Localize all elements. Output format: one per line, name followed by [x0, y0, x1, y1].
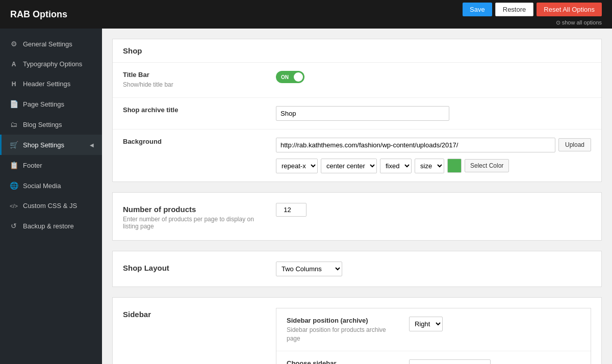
app-layout: ⚙ General Settings A Typography Options …	[0, 29, 612, 364]
chevron-icon: ◀	[90, 142, 94, 148]
social-icon: 🌐	[10, 181, 18, 190]
sidebar-item-shop[interactable]: 🛒 Shop Settings ◀	[0, 135, 102, 155]
sidebar-item-blog[interactable]: 🗂 Blog Settings	[0, 114, 102, 135]
archive-title-label: Shop archive title	[123, 106, 266, 116]
sidebar-label-text: Sidebar	[123, 310, 151, 319]
toggle-knob	[294, 72, 303, 82]
sidebar-item-general[interactable]: ⚙ General Settings	[0, 34, 102, 54]
sidebar-position-title: Sidebar position (archive)	[287, 317, 399, 324]
choose-sidebar-select[interactable]: Select one	[409, 359, 491, 364]
sidebar-item-label: Shop Settings	[23, 141, 64, 149]
main-content: Shop Title Bar Show/hide title bar ON	[102, 29, 612, 364]
backup-icon: ↺	[10, 222, 18, 230]
sidebar-position-control: Left Right None	[409, 317, 580, 331]
bg-size-select[interactable]: size	[415, 159, 444, 173]
typography-icon: A	[10, 61, 18, 68]
sidebar-position-row: Sidebar position (archive) Sidebar posit…	[276, 308, 591, 352]
title-bar-toggle[interactable]: ON	[276, 71, 304, 83]
sidebar-outer-row: Sidebar Sidebar position (archive) Sideb…	[123, 308, 591, 364]
sidebar-item-label: Blog Settings	[23, 121, 62, 128]
bg-position-select[interactable]: center center	[321, 159, 377, 173]
archive-title-row: Shop archive title	[113, 98, 601, 129]
reset-button[interactable]: Reset All Options	[537, 3, 602, 16]
layout-row: Shop Layout One Column Two Columns Three…	[123, 262, 591, 276]
products-count-input[interactable]	[276, 203, 307, 217]
shop-section-header: Shop	[113, 39, 601, 63]
bg-attachment-select[interactable]: fixed	[380, 159, 412, 173]
background-title: Background	[123, 138, 266, 145]
products-label-text: Number of products	[123, 205, 196, 214]
background-control: Upload repeat-x center center fixed	[276, 138, 591, 173]
sidebar-outer-section: Sidebar Sidebar position (archive) Sideb…	[112, 297, 602, 364]
sidebar-item-typography[interactable]: A Typography Options	[0, 54, 102, 74]
products-row: Number of products Enter number of produ…	[123, 203, 591, 230]
sidebar-item-social[interactable]: 🌐 Social Media	[0, 175, 102, 196]
choose-sidebar-row: Choose sidebar Select one	[276, 351, 591, 364]
sidebar-item-label: Page Settings	[23, 100, 64, 108]
sidebar: ⚙ General Settings A Typography Options …	[0, 29, 102, 364]
products-desc: Enter number of products per page to dis…	[123, 216, 266, 230]
archive-title-input[interactable]	[276, 106, 449, 121]
header-icon: H	[10, 81, 18, 88]
sidebar-position-label: Sidebar position (archive) Sidebar posit…	[287, 317, 399, 343]
sidebar-item-header[interactable]: H Header Settings	[0, 74, 102, 94]
title-bar-control: ON	[276, 71, 591, 83]
sidebar-item-page[interactable]: 📄 Page Settings	[0, 94, 102, 114]
page-wrapper: Shop Title Bar Show/hide title bar ON	[112, 39, 602, 364]
products-label: Number of products Enter number of produ…	[123, 203, 266, 230]
blog-icon: 🗂	[10, 120, 18, 128]
header-buttons: Save Restore Reset All Options	[463, 3, 602, 16]
sidebar-item-label: Social Media	[23, 182, 61, 190]
layout-section: Shop Layout One Column Two Columns Three…	[112, 251, 602, 287]
sidebar-item-label: General Settings	[23, 40, 72, 48]
app-header: RAB Options Save Restore Reset All Optio…	[0, 0, 612, 29]
products-control	[276, 203, 307, 217]
restore-button[interactable]: Restore	[495, 3, 534, 16]
sidebar-sub-section: Sidebar position (archive) Sidebar posit…	[276, 308, 591, 364]
background-url-row: Upload	[276, 138, 591, 152]
toggle-on-label: ON	[281, 74, 289, 80]
background-options-row: repeat-x center center fixed size	[276, 159, 509, 173]
layout-label-text: Shop Layout	[123, 264, 169, 272]
select-color-button[interactable]: Select Color	[465, 159, 509, 172]
header-actions: Save Restore Reset All Options ⊙ show al…	[463, 3, 602, 26]
title-bar-row: Title Bar Show/hide title bar ON	[113, 63, 601, 98]
app-title: RAB Options	[10, 9, 67, 20]
sidebar-sub-card: Sidebar position (archive) Sidebar posit…	[276, 308, 591, 364]
show-all-link[interactable]: ⊙ show all options	[556, 19, 602, 26]
save-button[interactable]: Save	[463, 3, 492, 16]
footer-icon: 📋	[10, 161, 18, 169]
shop-section-card: Shop Title Bar Show/hide title bar ON	[112, 39, 602, 182]
archive-title-control	[276, 106, 591, 121]
background-url-input[interactable]	[276, 138, 555, 152]
sidebar-item-footer[interactable]: 📋 Footer	[0, 155, 102, 175]
choose-sidebar-label: Choose sidebar	[287, 359, 399, 364]
sidebar-outer-label: Sidebar	[123, 308, 266, 319]
choose-sidebar-title: Choose sidebar	[287, 359, 399, 364]
title-bar-desc: Show/hide title bar	[123, 81, 266, 89]
sidebar-item-label: Backup & restore	[23, 222, 74, 230]
archive-title-title: Shop archive title	[123, 106, 266, 114]
layout-label: Shop Layout	[123, 262, 266, 272]
sidebar-position-desc: Sidebar position for products archive pa…	[287, 326, 399, 343]
sidebar-item-label: Typography Options	[23, 60, 82, 68]
choose-sidebar-control: Select one	[409, 359, 580, 364]
page-icon: 📄	[10, 100, 18, 108]
color-swatch[interactable]	[447, 159, 462, 173]
sidebar-item-label: Custom CSS & JS	[23, 202, 77, 210]
gear-icon: ⚙	[10, 40, 18, 48]
layout-control: One Column Two Columns Three Columns Fou…	[276, 262, 342, 276]
bg-repeat-select[interactable]: repeat-x	[276, 159, 318, 173]
sidebar-position-select[interactable]: Left Right None	[409, 317, 443, 331]
sidebar-item-css[interactable]: </> Custom CSS & JS	[0, 196, 102, 216]
layout-select[interactable]: One Column Two Columns Three Columns Fou…	[276, 262, 342, 276]
shop-icon: 🛒	[10, 141, 18, 149]
sidebar-item-label: Header Settings	[23, 80, 70, 88]
products-section: Number of products Enter number of produ…	[112, 192, 602, 241]
title-bar-title: Title Bar	[123, 71, 266, 79]
upload-button[interactable]: Upload	[558, 138, 591, 151]
sidebar-item-backup[interactable]: ↺ Backup & restore	[0, 216, 102, 236]
code-icon: </>	[10, 203, 18, 209]
title-bar-label: Title Bar Show/hide title bar	[123, 71, 266, 89]
background-row: Background Upload repeat-x center	[113, 129, 601, 181]
